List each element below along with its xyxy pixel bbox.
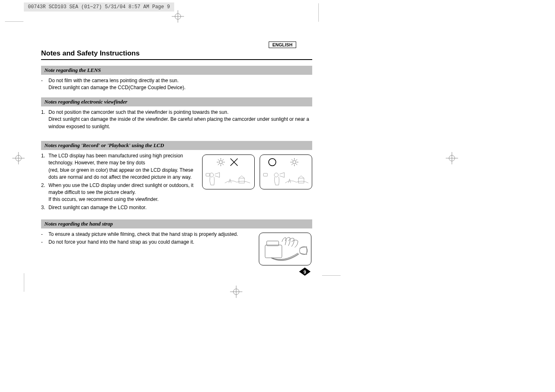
svg-line-19 (218, 164, 219, 165)
section-body: 1. Do not position the camcorder such th… (41, 109, 312, 130)
list-text: To ensure a steady picture while filming… (48, 231, 238, 238)
list-text: Direct sunlight can damage the LCD monit… (48, 204, 147, 211)
registration-mark-icon (230, 286, 242, 298)
language-label: ENGLISH (269, 42, 296, 48)
crop-line (322, 275, 341, 276)
list-marker: 1. (41, 109, 48, 130)
svg-line-35 (296, 159, 297, 161)
section-body: - Do not film with the camera lens point… (41, 77, 312, 92)
svg-rect-38 (298, 178, 304, 183)
section-heading-strap: Notes regarding the hand strap (41, 219, 312, 228)
registration-mark-icon (12, 152, 25, 164)
svg-rect-24 (206, 173, 210, 176)
svg-line-17 (218, 159, 219, 161)
section-heading-lens: Note regarding the LENS (41, 66, 312, 75)
svg-point-36 (274, 173, 279, 177)
list-marker: 3. (41, 204, 48, 211)
svg-line-18 (222, 164, 223, 165)
page-content: ENGLISH Notes and Safety Instructions No… (41, 43, 312, 265)
section-heading-lcd: Notes regarding 'Record' or 'Playback' u… (41, 141, 312, 150)
hand-strap-figure (259, 233, 311, 265)
svg-point-26 (269, 159, 276, 166)
list-text: When you use the LCD display under direc… (48, 182, 198, 203)
list-marker: - (41, 77, 48, 92)
svg-point-23 (210, 173, 214, 177)
page-number-badge: 9 (299, 267, 311, 276)
svg-line-33 (296, 164, 297, 165)
lcd-figures (202, 154, 312, 212)
svg-line-32 (292, 159, 293, 161)
crop-line (5, 21, 23, 22)
svg-rect-37 (263, 173, 267, 176)
list-text: Do not force your hand into the hand str… (48, 239, 194, 246)
lcd-figure-wrong (202, 154, 255, 189)
svg-rect-25 (239, 178, 244, 183)
section-heading-viewfinder: Notes regarding electronic viewfinder (41, 97, 312, 106)
registration-mark-icon (446, 152, 458, 164)
list-marker: - (41, 239, 48, 246)
lcd-figure-correct (260, 154, 312, 189)
list-marker: 2. (41, 182, 48, 203)
registration-mark-icon (172, 10, 184, 23)
svg-rect-39 (265, 245, 282, 258)
list-text: Do not film with the camera lens pointin… (48, 77, 186, 92)
section-body: 1. The LCD display has been manufactured… (41, 152, 198, 212)
prepress-header: 00743R SCD103 SEA (01~27) 5/31/04 8:57 A… (24, 2, 174, 12)
crop-line (318, 3, 319, 22)
list-marker: - (41, 231, 48, 238)
svg-line-34 (292, 164, 293, 165)
svg-line-20 (222, 159, 223, 161)
page-title: Notes and Safety Instructions (41, 49, 312, 60)
svg-point-12 (219, 161, 223, 164)
list-text: The LCD display has been manufactured us… (48, 152, 198, 181)
list-marker: 1. (41, 152, 48, 181)
crop-line (24, 273, 24, 292)
section-body: - To ensure a steady picture while filmi… (41, 231, 251, 265)
svg-point-27 (293, 161, 296, 164)
list-text: Do not position the camcorder such that … (48, 109, 312, 130)
